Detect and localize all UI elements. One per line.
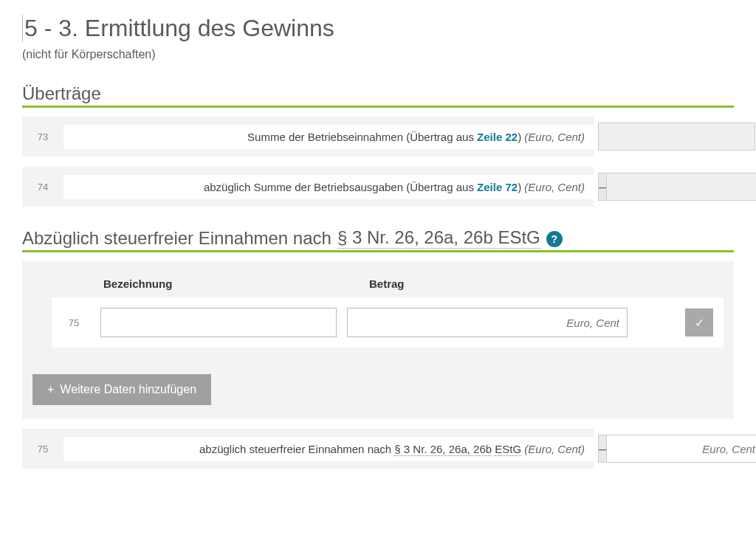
input-steuerfrei-sum[interactable] — [606, 435, 756, 463]
page-title: 5 - 3. Ermittlung des Gewinns — [22, 15, 734, 42]
row-line-74: 74 abzüglich Summe der Betriebsausgaben … — [22, 167, 734, 207]
col-betrag: Betrag — [369, 277, 650, 290]
row-line-75-sum: 75 abzüglich steuerfreier Einnahmen nach… — [22, 429, 734, 469]
row-line-73: 73 Summe der Betriebseinnahmen (Übertrag… — [22, 117, 734, 156]
confirm-button[interactable]: ✓ — [685, 308, 713, 336]
link-zeile-22[interactable]: Zeile 22 — [477, 131, 518, 143]
entry-row: 75 ✓ — [52, 297, 724, 348]
line-number: 75 — [22, 429, 63, 469]
link-zeile-72[interactable]: Zeile 72 — [477, 181, 518, 193]
col-bezeichnung: Bezeichnung — [103, 277, 369, 290]
minus-icon: – — [598, 173, 606, 201]
row-label: Summe der Betriebseinnahmen (Übertrag au… — [63, 125, 594, 149]
law-reference: § 3 Nr. 26, 26a, 26b EStG — [337, 227, 540, 249]
column-headers: Bezeichnung Betrag — [22, 261, 734, 297]
page-subtitle: (nicht für Körperschaften) — [22, 48, 734, 61]
input-betrag[interactable] — [347, 308, 628, 337]
check-icon: ✓ — [695, 316, 704, 330]
help-icon[interactable]: ? — [546, 231, 563, 247]
add-row-button[interactable]: + Weitere Daten hinzufügen — [32, 374, 211, 405]
row-label: abzüglich steuerfreier Einnahmen nach § … — [63, 437, 594, 461]
line-number: 75 — [58, 317, 90, 328]
input-bezeichnung[interactable] — [100, 308, 337, 337]
section-heading-uebertraege: Überträge — [22, 83, 101, 104]
line-number: 73 — [22, 117, 63, 156]
plus-icon: + — [47, 383, 54, 396]
line-number: 74 — [22, 167, 63, 207]
section-heading-steuerfrei: Abzüglich steuerfreier Einnahmen nach § … — [22, 227, 540, 249]
divider — [22, 250, 734, 252]
add-row-label: Weitere Daten hinzufügen — [60, 383, 196, 396]
input-betriebsausgaben[interactable] — [606, 173, 756, 201]
row-label: abzüglich Summe der Betriebsausgaben (Üb… — [63, 175, 594, 199]
input-betriebseinnahmen[interactable] — [598, 122, 755, 151]
minus-icon: – — [598, 435, 606, 463]
entry-block: Bezeichnung Betrag 75 ✓ + Weitere Daten … — [22, 261, 734, 418]
divider — [22, 106, 734, 108]
